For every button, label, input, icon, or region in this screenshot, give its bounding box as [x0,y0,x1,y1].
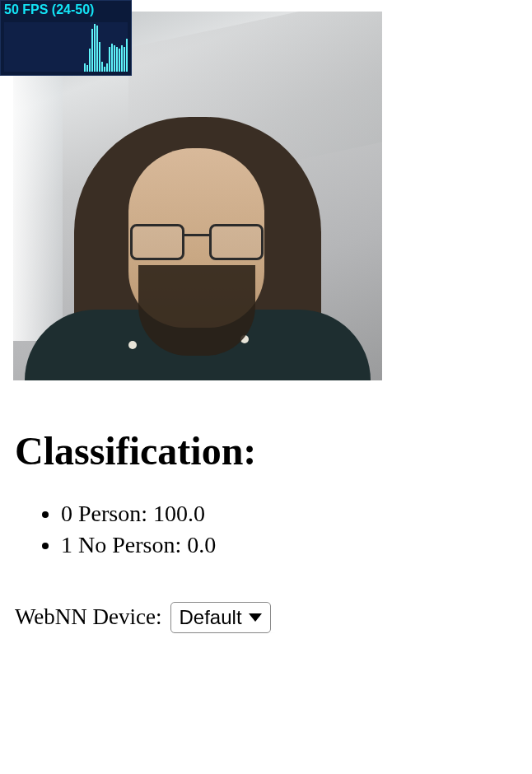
classification-item: 1 No Person: 0.0 [61,529,532,561]
fps-bar [119,49,120,72]
classification-list: 0 Person: 100.01 No Person: 0.0 [28,498,532,561]
classification-heading: Classification: [15,428,532,473]
device-select[interactable]: Default [170,602,271,633]
fps-bar [104,67,105,72]
fps-bar [86,65,88,72]
fps-bar [114,45,115,72]
fps-bar [96,26,98,72]
fps-bar [101,62,103,72]
device-label: WebNN Device: [15,604,162,630]
fps-bar [94,24,96,72]
fps-bar [121,45,123,72]
fps-text: 50 FPS (24-50) [1,1,131,19]
fps-stats-overlay: 50 FPS (24-50) [0,0,132,76]
fps-bar [106,63,108,72]
fps-bar [111,44,113,72]
fps-bar [126,39,128,72]
fps-graph [4,22,128,72]
fps-bar [84,63,86,72]
fps-bar [124,47,125,72]
device-selected-value: Default [180,606,242,629]
fps-bar [89,49,91,72]
fps-bar [116,47,118,72]
fps-bar [99,42,100,72]
chevron-down-icon [249,613,262,622]
device-row: WebNN Device: Default DefaultGPUCPU [15,602,532,633]
fps-bar [109,47,110,72]
fps-bar [91,29,93,72]
classification-item: 0 Person: 100.0 [61,498,532,529]
